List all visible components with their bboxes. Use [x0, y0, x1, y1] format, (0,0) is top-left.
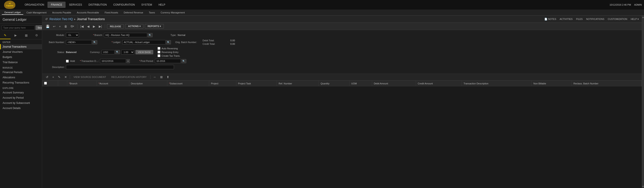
sidebar-tab-settings[interactable]: ⚙ [32, 32, 42, 39]
branch-search-icon[interactable]: 🔍 [148, 33, 152, 37]
currency-rate-select[interactable]: 1.00 [121, 50, 134, 55]
col-project: Project [209, 81, 236, 86]
scroll-up-icon[interactable]: ▲ [642, 16, 644, 19]
search-button[interactable]: Search [36, 25, 42, 30]
credit-total-value: 0.00 [222, 43, 235, 45]
toolbar-prev-btn[interactable]: ◀ [86, 24, 90, 29]
nav-distribution[interactable]: DISTRIBUTION [86, 2, 110, 8]
subnav-accounts-receivable[interactable]: Accounts Receivable [74, 11, 102, 15]
view-base-button[interactable]: VIEW BASE [136, 50, 154, 54]
sidebar-item-account-summary[interactable]: Account Summary [0, 90, 42, 95]
sidebar-item-account-by-subaccount[interactable]: Account by Subaccount [0, 100, 42, 106]
toolbar-reports-btn[interactable]: REPORTS ▾ [145, 24, 164, 29]
sidebar-tab-play[interactable]: ▶ [10, 32, 21, 39]
action-customization[interactable]: CUSTOMIZATION [608, 18, 627, 20]
toolbar-save-btn[interactable]: 💾 [45, 24, 50, 29]
subnav-cash-management[interactable]: Cash Management [24, 11, 49, 15]
toolbar-actions-btn[interactable]: ACTIONS ▾ [125, 24, 144, 29]
toolbar-delete-btn[interactable]: 🗑 [63, 24, 68, 29]
nav-services[interactable]: SERVICES [66, 2, 85, 8]
nav-organization[interactable]: ORGANIZATION [22, 2, 47, 8]
nav-system[interactable]: SYSTEM [138, 2, 155, 8]
branch-input-group: 🔍 [104, 33, 152, 37]
orig-batch-group: Orig. Batch Number: [175, 41, 198, 44]
sidebar-item-account-by-period[interactable]: Account by Period [0, 95, 42, 100]
ledger-search-icon[interactable]: 🔍 [166, 40, 171, 44]
auto-reversing-checkbox[interactable] [158, 47, 160, 50]
currency-input-group: 🔍 [102, 50, 120, 54]
subnav-deferred-revenue[interactable]: Deferred Revenue [121, 11, 146, 15]
sidebar-item-allocations[interactable]: Allocations [0, 75, 42, 80]
currency-search-icon[interactable]: 🔍 [115, 50, 120, 54]
nav-finance[interactable]: FINANCE [48, 2, 66, 8]
subnav-accounts-payable[interactable]: Accounts Payable [50, 11, 74, 15]
currency-input[interactable] [102, 50, 114, 54]
ledger-input-group: 🔍 [122, 40, 171, 44]
subnav-taxes[interactable]: Taxes [146, 11, 158, 15]
search-input[interactable] [2, 25, 34, 30]
hold-label: Hold [70, 60, 75, 62]
auto-reversing-label: Auto Reversing [162, 47, 178, 50]
action-notifications[interactable]: NOTIFICATIONS [586, 18, 604, 20]
top-right-info: 10/12/2016 2:46 PM ADMIN [610, 4, 642, 6]
sidebar-item-journal-vouchers[interactable]: Journal Vouchers [0, 49, 42, 55]
sidebar-item-budgets[interactable]: Budgets [0, 55, 42, 60]
line-x-btn[interactable]: ⊠ [159, 75, 164, 79]
line-edit-btn[interactable]: ✎ [57, 75, 62, 79]
toolbar-release-btn[interactable]: RELEASE [107, 24, 124, 29]
toolbar-last-btn[interactable]: ▶| [98, 24, 103, 29]
toolbar-undo-btn[interactable]: ↩ [52, 24, 56, 29]
sidebar-item-financial-periods[interactable]: Financial Periods [0, 70, 42, 75]
description-input[interactable] [66, 65, 174, 69]
ledger-label: Ledger: [102, 41, 121, 44]
action-notes[interactable]: 📄 NOTES [544, 18, 556, 21]
line-upload-btn[interactable]: ⬆ [166, 75, 170, 79]
reclassification-btn[interactable]: RECLASSIFICATION HISTORY [110, 75, 148, 79]
toolbar-add-btn[interactable]: + [58, 24, 62, 29]
line-refresh-btn[interactable]: ↺ [45, 75, 50, 79]
create-tax-label: Create Tax Trans. [162, 55, 180, 57]
toolbar-next-btn[interactable]: ▶ [92, 24, 96, 29]
scroll-down-icon[interactable]: ▼ [642, 185, 644, 188]
sidebar-tab-edit[interactable]: ✎ [0, 32, 10, 39]
reversing-entry-checkbox[interactable] [158, 51, 160, 53]
transaction-date-input[interactable] [100, 59, 126, 63]
batch-search-icon[interactable]: 🔍 [92, 40, 97, 44]
view-source-btn[interactable]: VIEW SOURCE DOCUMENT [72, 75, 108, 79]
subnav-general-ledger[interactable]: General Ledger [2, 10, 23, 15]
col-quantity: Quantity [319, 81, 350, 86]
sidebar-item-recurring-transactions[interactable]: Recurring Transactions [0, 80, 42, 85]
subnav-currency-management[interactable]: Currency Management [158, 11, 187, 15]
col-credit-amount: Credit Amount [416, 81, 462, 86]
action-files[interactable]: FILES [576, 18, 583, 20]
module-select[interactable]: GL [66, 33, 79, 38]
refresh-icon[interactable]: ↺ [45, 17, 48, 21]
post-period-input[interactable] [155, 59, 181, 63]
toolbar-first-btn[interactable]: |◀ [79, 24, 85, 29]
sidebar-item-journal-transactions[interactable]: Journal Transactions [0, 44, 42, 49]
subnav-fixed-assets[interactable]: Fixed Assets [102, 11, 120, 15]
create-tax-checkbox[interactable] [158, 54, 160, 57]
action-help[interactable]: HELP ▾ [630, 18, 639, 21]
line-add-btn[interactable]: + [51, 75, 55, 79]
sidebar-tab-chart[interactable]: ▦ [21, 32, 32, 39]
post-period-search-icon[interactable]: 🔍 [181, 59, 186, 63]
sidebar-item-account-details[interactable]: Account Details [0, 106, 42, 111]
ledger-input[interactable] [122, 40, 166, 44]
select-all-checkbox[interactable] [44, 82, 47, 85]
action-activities[interactable]: ACTIVITIES [560, 18, 573, 20]
line-fit-btn[interactable]: ↔ [152, 75, 157, 79]
hold-group: Hold [66, 60, 75, 63]
branch-input[interactable] [104, 33, 147, 37]
breadcrumb-link[interactable]: Revision Two HQ [50, 17, 73, 21]
transaction-date-calendar-icon[interactable]: ▾ [126, 59, 130, 63]
line-delete-btn[interactable]: ✕ [63, 75, 68, 79]
batch-number-input[interactable] [66, 40, 92, 44]
nav-configuration[interactable]: CONFIGURATION [110, 2, 138, 8]
nav-help[interactable]: HELP [156, 2, 168, 8]
toolbar-copy-btn[interactable]: ⧉▾ [70, 24, 75, 29]
sidebar-item-trial-balance[interactable]: Trial Balance [0, 60, 42, 65]
debit-row: Debit Total: 0.00 [202, 39, 235, 42]
breadcrumb-separator: ▸ [74, 17, 76, 21]
hold-checkbox[interactable] [66, 60, 69, 63]
